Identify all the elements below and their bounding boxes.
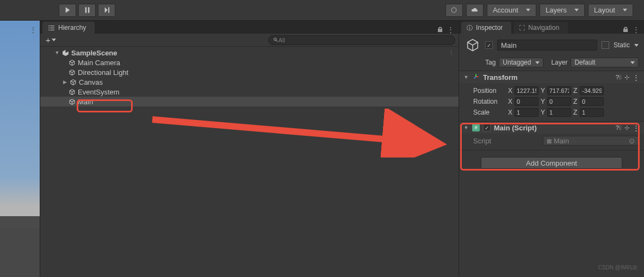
layout-label: Layout [594, 6, 615, 14]
static-checkbox[interactable] [602, 41, 609, 49]
search-input[interactable] [278, 37, 450, 43]
nav-icon: ⛶ [519, 24, 525, 31]
object-name-input[interactable] [497, 40, 597, 51]
inspector-tab[interactable]: ⓘ Inspector [461, 22, 511, 34]
gameobject-icon [69, 98, 76, 105]
top-toolbar: Account Layers Layout [0, 0, 644, 21]
hierarchy-tree: ▼ SampleScene ⋮ Main Camera Directional … [40, 47, 459, 277]
kebab-icon[interactable]: ⋮ [633, 73, 640, 81]
tree-item-camera[interactable]: Main Camera [40, 58, 459, 67]
pause-icon [84, 7, 91, 14]
step-button[interactable] [98, 4, 115, 17]
search-icon: 🔍︎ [273, 37, 278, 43]
layout-dropdown[interactable]: Layout [588, 4, 633, 17]
position-z-input[interactable] [580, 86, 604, 95]
scene-name: SampleScene [71, 49, 117, 57]
kebab-icon[interactable]: ⋮ [633, 26, 640, 34]
hierarchy-tab-label: Hierarchy [58, 24, 86, 32]
preset-icon[interactable]: ⊹ [624, 74, 629, 81]
position-x-input[interactable] [515, 86, 538, 95]
script-icon: # [472, 124, 480, 131]
step-icon [103, 7, 110, 14]
gameobject-icon [70, 79, 77, 86]
inspector-panel: ⓘ Inspector ⛶ Navigation 🔒︎ ⋮ ✓ Static T… [459, 21, 644, 277]
static-label: Static [614, 41, 630, 49]
scene-sky [0, 21, 40, 216]
layers-dropdown[interactable]: Layers [540, 4, 585, 17]
svg-rect-8 [48, 29, 49, 30]
kebab-icon[interactable]: ⋮ [448, 49, 454, 56]
fold-icon[interactable]: ▼ [463, 74, 469, 80]
cloud-button[interactable] [466, 4, 484, 17]
tag-dropdown[interactable]: Untagged [499, 58, 543, 67]
layer-label: Layer [551, 59, 567, 66]
collab-button[interactable] [445, 4, 463, 17]
chevron-down-icon [574, 9, 579, 11]
fold-icon[interactable]: ▶ [62, 79, 67, 85]
account-dropdown[interactable]: Account [487, 4, 536, 17]
svg-rect-6 [48, 27, 49, 28]
svg-rect-1 [88, 7, 89, 12]
svg-point-3 [452, 8, 457, 12]
transform-header[interactable]: ▼ Transform ?⃝ ⊹ ⋮ [459, 71, 644, 83]
add-component-label: Add Component [526, 159, 577, 167]
scene-row[interactable]: ▼ SampleScene ⋮ [40, 48, 459, 58]
play-button[interactable] [59, 4, 76, 17]
preset-icon[interactable]: ⊹ [624, 124, 629, 131]
svg-rect-9 [50, 29, 54, 30]
scale-x-input[interactable] [515, 108, 538, 117]
info-icon: ⓘ [467, 24, 473, 32]
fold-icon[interactable]: ▼ [54, 50, 60, 55]
create-button[interactable]: + [44, 34, 58, 46]
lock-icon[interactable]: 🔒︎ [437, 26, 444, 34]
navigation-tab[interactable]: ⛶ Navigation [513, 22, 568, 34]
tree-item-main[interactable]: Main [40, 97, 459, 106]
rotation-z-input[interactable] [580, 97, 604, 106]
scene-panel: ⋮ [0, 21, 40, 277]
add-component-button[interactable]: Add Component [481, 157, 622, 169]
tree-item-light[interactable]: Directional Light [40, 67, 459, 77]
rotation-y-input[interactable] [547, 97, 571, 106]
hierarchy-icon [48, 24, 55, 32]
script-field[interactable]: ▦ Main ⊙ [543, 136, 639, 146]
scale-label: Scale [473, 109, 506, 116]
script-component-header[interactable]: ▼ # ✓ Main (Script) ?⃝ ⊹ ⋮ [459, 122, 644, 134]
pause-button[interactable] [78, 4, 96, 17]
kebab-icon[interactable]: ⋮ [447, 26, 454, 34]
script-component: ▼ # ✓ Main (Script) ?⃝ ⊹ ⋮ Script ▦ Main… [459, 122, 644, 150]
help-icon[interactable]: ?⃝ [616, 74, 621, 80]
gameobject-icon[interactable] [465, 37, 481, 53]
layer-dropdown[interactable]: Default [571, 58, 639, 67]
tree-item-canvas[interactable]: ▶ Canvas [40, 77, 459, 87]
inspector-tab-label: Inspector [476, 24, 503, 32]
item-label: Directional Light [78, 68, 128, 77]
gameobject-icon [69, 59, 76, 66]
help-icon[interactable]: ?⃝ [616, 124, 621, 131]
hierarchy-panel: Hierarchy 🔒︎ ⋮ + 🔍︎ ▼ SampleScene ⋮ [40, 21, 459, 277]
svg-rect-7 [50, 27, 54, 28]
rotation-label: Rotation [473, 98, 506, 105]
active-checkbox[interactable]: ✓ [485, 41, 493, 49]
gameobject-icon [69, 89, 76, 96]
transform-component: ▼ Transform ?⃝ ⊹ ⋮ Position X Y Z Rotati… [459, 71, 644, 122]
svg-rect-2 [108, 7, 109, 12]
script-value: Main [554, 137, 569, 145]
item-label: EventSystem [78, 88, 120, 96]
rotation-x-input[interactable] [515, 97, 538, 106]
object-picker-icon[interactable]: ⊙ [629, 137, 635, 145]
fold-icon[interactable]: ▼ [463, 125, 469, 130]
hierarchy-tab[interactable]: Hierarchy [42, 22, 95, 34]
scale-y-input[interactable] [547, 108, 571, 117]
tree-item-eventsystem[interactable]: EventSystem [40, 87, 459, 97]
chevron-down-icon[interactable] [634, 44, 639, 47]
unity-icon [62, 49, 69, 56]
lock-icon[interactable]: 🔒︎ [622, 26, 629, 34]
hierarchy-search[interactable]: 🔍︎ [268, 35, 455, 45]
kebab-icon[interactable]: ⋮ [30, 26, 36, 34]
kebab-icon[interactable]: ⋮ [633, 124, 640, 132]
scale-z-input[interactable] [580, 108, 604, 117]
svg-rect-4 [48, 26, 49, 26]
position-y-input[interactable] [547, 86, 571, 95]
script-file-icon: ▦ [547, 138, 552, 144]
script-enabled-checkbox[interactable]: ✓ [483, 124, 491, 131]
